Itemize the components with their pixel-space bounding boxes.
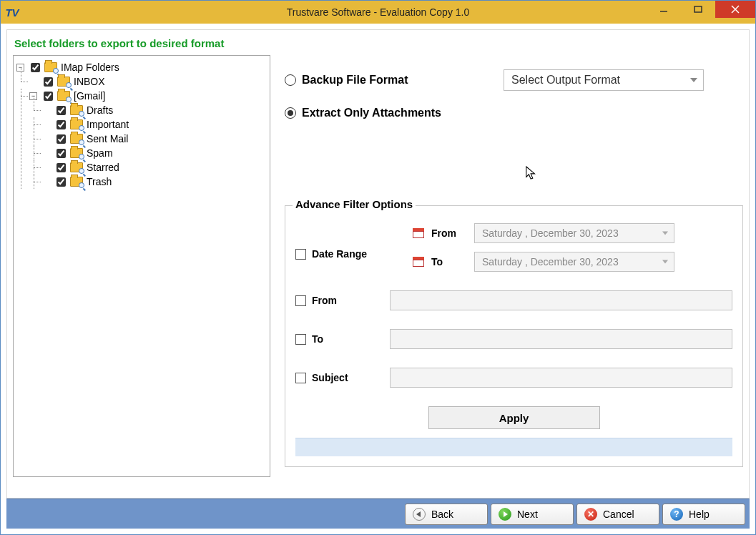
- output-format-select[interactable]: Select Output Format: [504, 69, 704, 91]
- tree-check[interactable]: [57, 106, 66, 115]
- cancel-button[interactable]: ✕ Cancel: [576, 504, 659, 525]
- folder-icon: [44, 62, 57, 72]
- folder-icon: [70, 177, 83, 187]
- tree-check[interactable]: [44, 92, 53, 101]
- subject-input[interactable]: [390, 368, 732, 388]
- tree-check[interactable]: [57, 149, 66, 158]
- help-label: Help: [689, 509, 710, 520]
- tree-check[interactable]: [57, 177, 66, 187]
- mode-backup-row: Backup File Format Select Output Format: [285, 69, 743, 91]
- next-icon: [499, 508, 511, 521]
- titlebar: TV Trustvare Software - Evaluation Copy …: [1, 1, 755, 24]
- tree-node[interactable]: Drafts: [42, 103, 267, 117]
- date-from-label: From: [431, 227, 467, 239]
- tree-label: INBOX: [74, 76, 105, 87]
- radio-extract-label: Extract Only Attachments: [302, 107, 441, 119]
- minimize-button[interactable]: [647, 1, 681, 18]
- tree-node-inbox[interactable]: INBOX: [29, 74, 267, 89]
- svg-rect-1: [694, 6, 702, 12]
- filter-options-group: Advance Filter Options Date Range From: [285, 205, 743, 467]
- tree-node-gmail[interactable]: − [Gmail]: [29, 89, 267, 103]
- tree-check[interactable]: [31, 63, 40, 72]
- tree-check[interactable]: [57, 134, 66, 144]
- filter-legend: Advance Filter Options: [293, 198, 416, 210]
- date-to-picker[interactable]: Saturday , December 30, 2023: [474, 252, 674, 272]
- help-button[interactable]: ? Help: [662, 504, 745, 525]
- radio-backup[interactable]: [285, 74, 296, 86]
- help-icon: ?: [670, 508, 683, 521]
- tree-node[interactable]: Spam: [42, 146, 267, 160]
- filter-to-row: To: [295, 329, 732, 349]
- folder-icon: [70, 148, 83, 158]
- radio-extract[interactable]: [285, 107, 296, 119]
- next-label: Next: [517, 509, 538, 520]
- right-panel: Backup File Format Select Output Format …: [285, 55, 743, 498]
- folder-icon: [70, 119, 83, 129]
- to-input[interactable]: [390, 329, 732, 349]
- cancel-label: Cancel: [603, 509, 634, 520]
- filter-subject-row: Subject: [295, 368, 732, 388]
- tree-node[interactable]: Sent Mail: [42, 132, 267, 146]
- tree-label: Drafts: [87, 104, 113, 116]
- page-heading: Select folders to export to desired form…: [13, 36, 743, 55]
- maximize-button[interactable]: [681, 1, 715, 18]
- back-label: Back: [431, 509, 453, 520]
- date-from-picker[interactable]: Saturday , December 30, 2023: [474, 223, 674, 243]
- calendar-icon: [413, 228, 424, 238]
- filter-from-row: From: [295, 290, 732, 310]
- cancel-icon: ✕: [584, 508, 597, 521]
- from-checkbox[interactable]: [295, 295, 306, 306]
- folder-icon: [57, 91, 70, 101]
- mode-extract-row: Extract Only Attachments: [285, 107, 743, 119]
- tree-label: Spam: [87, 147, 113, 159]
- tree-check[interactable]: [57, 163, 66, 172]
- subject-label: Subject: [312, 372, 348, 383]
- folder-icon: [70, 134, 83, 144]
- output-format-placeholder: Select Output Format: [511, 74, 620, 87]
- tree-label: IMap Folders: [61, 62, 119, 73]
- window-title: Trustvare Software - Evaluation Copy 1.0: [1, 6, 755, 18]
- tree-label: Sent Mail: [87, 133, 128, 144]
- app-window: TV Trustvare Software - Evaluation Copy …: [0, 0, 756, 535]
- close-button[interactable]: [715, 1, 755, 18]
- content-row: − IMap Folders: [13, 55, 743, 498]
- apply-button[interactable]: Apply: [428, 406, 600, 429]
- folder-tree[interactable]: − IMap Folders: [13, 55, 270, 477]
- tree-node[interactable]: Important: [42, 117, 267, 132]
- folder-icon: [70, 105, 83, 115]
- client-area: Select folders to export to desired form…: [1, 24, 755, 534]
- back-icon: [413, 508, 426, 521]
- subject-checkbox[interactable]: [295, 373, 306, 383]
- inner-frame: Select folders to export to desired form…: [6, 29, 750, 499]
- folder-icon: [70, 162, 83, 172]
- date-to-label: To: [431, 256, 467, 268]
- tree-check[interactable]: [57, 120, 66, 129]
- button-bar: Back Next ✕ Cancel ? Help: [6, 499, 750, 529]
- app-logo: TV: [4, 4, 21, 21]
- window-controls: [647, 1, 755, 18]
- to-checkbox[interactable]: [295, 334, 306, 345]
- tree-check[interactable]: [44, 77, 53, 87]
- tree-node-root[interactable]: − IMap Folders: [16, 60, 267, 74]
- radio-backup-label: Backup File Format: [302, 74, 408, 87]
- tree-label: Starred: [87, 162, 119, 173]
- from-label: From: [312, 295, 337, 306]
- from-input[interactable]: [390, 290, 732, 310]
- back-button[interactable]: Back: [405, 504, 488, 525]
- date-range-checkbox[interactable]: [295, 249, 306, 260]
- group-footer-strip: [295, 438, 732, 456]
- tree-node[interactable]: Starred: [42, 160, 267, 175]
- tree-node[interactable]: Trash: [42, 175, 267, 189]
- tree-label: [Gmail]: [74, 90, 105, 102]
- date-range-label: Date Range: [312, 248, 367, 260]
- tree-label: Trash: [87, 176, 112, 187]
- to-label: To: [312, 333, 323, 345]
- calendar-icon: [413, 257, 424, 267]
- next-button[interactable]: Next: [491, 504, 574, 525]
- folder-icon: [57, 77, 70, 87]
- date-range-row: Date Range From Saturday , December 30, …: [295, 223, 732, 272]
- tree-label: Important: [87, 119, 129, 130]
